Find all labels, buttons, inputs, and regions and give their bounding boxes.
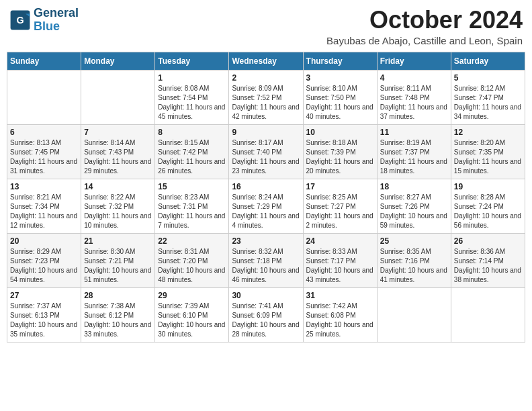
calendar-cell: 21Sunrise: 8:30 AM Sunset: 7:21 PM Dayli… xyxy=(81,233,155,287)
calendar-cell: 8Sunrise: 8:15 AM Sunset: 7:42 PM Daylig… xyxy=(155,124,229,179)
day-info: Sunrise: 8:20 AM Sunset: 7:35 PM Dayligh… xyxy=(454,138,522,176)
calendar-cell: 14Sunrise: 8:22 AM Sunset: 7:32 PM Dayli… xyxy=(81,179,155,233)
day-number: 9 xyxy=(232,128,300,137)
day-info: Sunrise: 8:19 AM Sunset: 7:37 PM Dayligh… xyxy=(380,138,448,176)
day-info: Sunrise: 8:29 AM Sunset: 7:23 PM Dayligh… xyxy=(10,247,78,285)
calendar-cell: 24Sunrise: 8:33 AM Sunset: 7:17 PM Dayli… xyxy=(303,233,377,287)
calendar-cell: 20Sunrise: 8:29 AM Sunset: 7:23 PM Dayli… xyxy=(7,233,81,287)
calendar-cell: 22Sunrise: 8:31 AM Sunset: 7:20 PM Dayli… xyxy=(155,233,229,287)
logo: G General Blue xyxy=(9,7,79,34)
weekday-wednesday: Wednesday xyxy=(229,52,303,70)
weekday-thursday: Thursday xyxy=(303,52,377,70)
day-info: Sunrise: 8:23 AM Sunset: 7:31 PM Dayligh… xyxy=(158,193,226,230)
day-info: Sunrise: 7:37 AM Sunset: 6:13 PM Dayligh… xyxy=(10,302,78,339)
day-info: Sunrise: 8:18 AM Sunset: 7:39 PM Dayligh… xyxy=(306,138,374,176)
calendar-cell: 15Sunrise: 8:23 AM Sunset: 7:31 PM Dayli… xyxy=(155,179,229,233)
calendar-cell: 5Sunrise: 8:12 AM Sunset: 7:47 PM Daylig… xyxy=(451,70,525,124)
weekday-monday: Monday xyxy=(81,52,155,70)
calendar-cell xyxy=(377,287,451,342)
day-number: 24 xyxy=(306,236,374,246)
day-info: Sunrise: 8:21 AM Sunset: 7:34 PM Dayligh… xyxy=(10,193,78,230)
day-number: 2 xyxy=(232,73,300,83)
weekday-sunday: Sunday xyxy=(7,52,81,70)
calendar-cell: 6Sunrise: 8:13 AM Sunset: 7:45 PM Daylig… xyxy=(7,124,81,179)
day-info: Sunrise: 8:35 AM Sunset: 7:16 PM Dayligh… xyxy=(380,247,448,285)
calendar-cell: 25Sunrise: 8:35 AM Sunset: 7:16 PM Dayli… xyxy=(377,233,451,287)
calendar-cell: 12Sunrise: 8:20 AM Sunset: 7:35 PM Dayli… xyxy=(451,124,525,179)
calendar-cell xyxy=(451,287,525,342)
day-info: Sunrise: 8:15 AM Sunset: 7:42 PM Dayligh… xyxy=(158,138,226,176)
day-number: 7 xyxy=(84,128,152,137)
day-number: 16 xyxy=(232,182,300,191)
day-info: Sunrise: 8:10 AM Sunset: 7:50 PM Dayligh… xyxy=(306,84,374,122)
calendar-cell: 26Sunrise: 8:36 AM Sunset: 7:14 PM Dayli… xyxy=(451,233,525,287)
day-number: 22 xyxy=(158,236,226,246)
day-number: 12 xyxy=(454,128,522,137)
day-info: Sunrise: 8:22 AM Sunset: 7:32 PM Dayligh… xyxy=(84,193,152,230)
day-info: Sunrise: 7:39 AM Sunset: 6:10 PM Dayligh… xyxy=(158,302,226,339)
day-number: 31 xyxy=(306,291,374,300)
day-info: Sunrise: 8:14 AM Sunset: 7:43 PM Dayligh… xyxy=(84,138,152,176)
day-number: 19 xyxy=(454,182,522,191)
day-number: 14 xyxy=(84,182,152,191)
day-number: 27 xyxy=(10,291,78,300)
day-info: Sunrise: 8:28 AM Sunset: 7:24 PM Dayligh… xyxy=(454,193,522,230)
day-info: Sunrise: 8:08 AM Sunset: 7:54 PM Dayligh… xyxy=(158,84,226,122)
calendar-cell: 18Sunrise: 8:27 AM Sunset: 7:26 PM Dayli… xyxy=(377,179,451,233)
calendar-week-4: 20Sunrise: 8:29 AM Sunset: 7:23 PM Dayli… xyxy=(7,233,525,287)
day-info: Sunrise: 8:32 AM Sunset: 7:18 PM Dayligh… xyxy=(232,247,300,285)
day-info: Sunrise: 7:38 AM Sunset: 6:12 PM Dayligh… xyxy=(84,302,152,339)
day-number: 13 xyxy=(10,182,78,191)
calendar-cell: 13Sunrise: 8:21 AM Sunset: 7:34 PM Dayli… xyxy=(7,179,81,233)
day-info: Sunrise: 8:33 AM Sunset: 7:17 PM Dayligh… xyxy=(306,247,374,285)
day-info: Sunrise: 8:13 AM Sunset: 7:45 PM Dayligh… xyxy=(10,138,78,176)
day-number: 11 xyxy=(380,128,448,137)
day-info: Sunrise: 8:25 AM Sunset: 7:27 PM Dayligh… xyxy=(306,193,374,230)
calendar-cell: 19Sunrise: 8:28 AM Sunset: 7:24 PM Dayli… xyxy=(451,179,525,233)
calendar-week-3: 13Sunrise: 8:21 AM Sunset: 7:34 PM Dayli… xyxy=(7,179,525,233)
day-info: Sunrise: 8:24 AM Sunset: 7:29 PM Dayligh… xyxy=(232,193,300,230)
day-number: 10 xyxy=(306,128,374,137)
day-number: 17 xyxy=(306,182,374,191)
title-block: October 2024 Bayubas de Abajo, Castille … xyxy=(326,7,523,46)
day-info: Sunrise: 8:31 AM Sunset: 7:20 PM Dayligh… xyxy=(158,247,226,285)
calendar-cell: 29Sunrise: 7:39 AM Sunset: 6:10 PM Dayli… xyxy=(155,287,229,342)
calendar-cell xyxy=(81,70,155,124)
logo-blue: Blue xyxy=(34,19,60,33)
weekday-tuesday: Tuesday xyxy=(155,52,229,70)
day-info: Sunrise: 8:17 AM Sunset: 7:40 PM Dayligh… xyxy=(232,138,300,176)
logo-general: General xyxy=(34,6,79,19)
calendar-cell: 23Sunrise: 8:32 AM Sunset: 7:18 PM Dayli… xyxy=(229,233,303,287)
weekday-friday: Friday xyxy=(377,52,451,70)
calendar-cell: 16Sunrise: 8:24 AM Sunset: 7:29 PM Dayli… xyxy=(229,179,303,233)
day-number: 1 xyxy=(158,73,226,83)
calendar-cell xyxy=(7,70,81,124)
day-number: 4 xyxy=(380,73,448,83)
day-number: 28 xyxy=(84,291,152,300)
calendar-cell: 27Sunrise: 7:37 AM Sunset: 6:13 PM Dayli… xyxy=(7,287,81,342)
calendar-cell: 28Sunrise: 7:38 AM Sunset: 6:12 PM Dayli… xyxy=(81,287,155,342)
day-info: Sunrise: 8:36 AM Sunset: 7:14 PM Dayligh… xyxy=(454,247,522,285)
day-info: Sunrise: 7:41 AM Sunset: 6:09 PM Dayligh… xyxy=(232,302,300,339)
day-number: 18 xyxy=(380,182,448,191)
calendar-cell: 1Sunrise: 8:08 AM Sunset: 7:54 PM Daylig… xyxy=(155,70,229,124)
day-info: Sunrise: 8:11 AM Sunset: 7:48 PM Dayligh… xyxy=(380,84,448,122)
calendar-cell: 11Sunrise: 8:19 AM Sunset: 7:37 PM Dayli… xyxy=(377,124,451,179)
svg-text:G: G xyxy=(16,15,24,26)
calendar-week-1: 1Sunrise: 8:08 AM Sunset: 7:54 PM Daylig… xyxy=(7,70,525,124)
calendar-cell: 3Sunrise: 8:10 AM Sunset: 7:50 PM Daylig… xyxy=(303,70,377,124)
calendar-cell: 17Sunrise: 8:25 AM Sunset: 7:27 PM Dayli… xyxy=(303,179,377,233)
day-number: 21 xyxy=(84,236,152,246)
calendar-table: SundayMondayTuesdayWednesdayThursdayFrid… xyxy=(7,52,525,342)
weekday-saturday: Saturday xyxy=(451,52,525,70)
calendar-cell: 7Sunrise: 8:14 AM Sunset: 7:43 PM Daylig… xyxy=(81,124,155,179)
calendar-cell: 2Sunrise: 8:09 AM Sunset: 7:52 PM Daylig… xyxy=(229,70,303,124)
day-number: 5 xyxy=(454,73,522,83)
day-number: 3 xyxy=(306,73,374,83)
location-title: Bayubas de Abajo, Castille and Leon, Spa… xyxy=(326,35,523,46)
calendar-cell: 31Sunrise: 7:42 AM Sunset: 6:08 PM Dayli… xyxy=(303,287,377,342)
day-number: 15 xyxy=(158,182,226,191)
calendar-week-2: 6Sunrise: 8:13 AM Sunset: 7:45 PM Daylig… xyxy=(7,124,525,179)
day-number: 6 xyxy=(10,128,78,137)
calendar-cell: 10Sunrise: 8:18 AM Sunset: 7:39 PM Dayli… xyxy=(303,124,377,179)
